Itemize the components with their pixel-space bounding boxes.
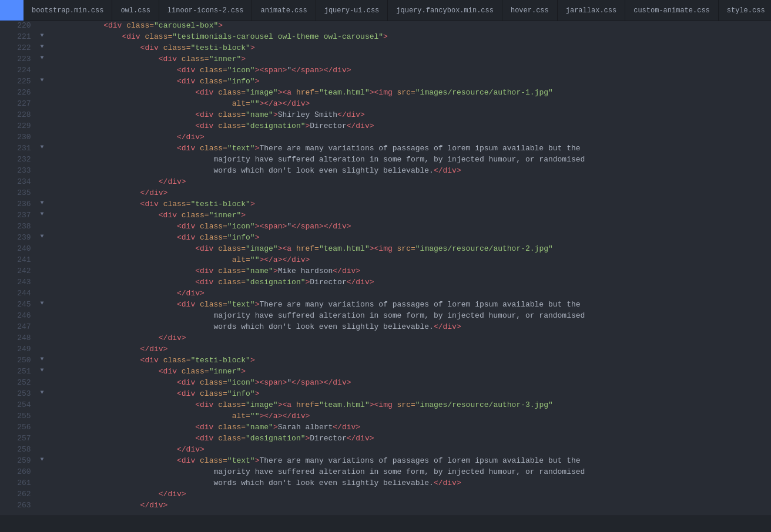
fold-arrow[interactable]: ▼ bbox=[38, 43, 46, 55]
table-row: 223▼ <div class="inner"> bbox=[0, 55, 771, 66]
table-row: 230 </div> bbox=[0, 133, 771, 144]
code-line-content: <div class="testi-block"> bbox=[46, 43, 771, 55]
fold-arrow[interactable]: ▼ bbox=[38, 389, 46, 400]
table-row: 244 </div> bbox=[0, 289, 771, 300]
code-line-content: </div> bbox=[46, 133, 771, 144]
table-row: 240 <div class="image"><a href="team.htm… bbox=[0, 244, 771, 255]
line-number: 229 bbox=[0, 122, 38, 133]
code-line-content: <div class="testimonials-carousel owl-th… bbox=[46, 32, 771, 43]
fold-arrow[interactable]: ▼ bbox=[38, 211, 46, 222]
collapse-button[interactable] bbox=[16, 0, 24, 21]
line-number: 226 bbox=[0, 88, 38, 99]
table-row: 245▼ <div class="text">There are many va… bbox=[0, 300, 771, 311]
table-row: 259▼ <div class="text">There are many va… bbox=[0, 456, 771, 467]
line-number: 245 bbox=[0, 300, 38, 311]
table-row: 225▼ <div class="info"> bbox=[0, 77, 771, 88]
fold-arrow bbox=[38, 278, 46, 289]
table-row: 263 </div> bbox=[0, 501, 771, 512]
fold-arrow[interactable]: ▼ bbox=[38, 456, 46, 467]
line-number: 224 bbox=[0, 66, 38, 77]
table-row: 255 alt=""></a></div> bbox=[0, 412, 771, 423]
fold-arrow[interactable]: ▼ bbox=[38, 55, 46, 66]
tab-jquery-ui-css[interactable]: jquery-ui.css bbox=[316, 0, 388, 21]
breadcrumb-bar bbox=[0, 516, 771, 532]
line-number: 257 bbox=[0, 434, 38, 445]
line-number: 263 bbox=[0, 501, 38, 512]
line-number: 225 bbox=[0, 77, 38, 88]
table-row: 248 </div> bbox=[0, 334, 771, 345]
tab-animate-css[interactable]: animate.css bbox=[252, 0, 316, 21]
fold-arrow bbox=[38, 188, 46, 200]
fold-arrow[interactable]: ▼ bbox=[38, 200, 46, 211]
fold-arrow[interactable]: ▼ bbox=[38, 77, 46, 88]
tab-bootstrap-min-css[interactable]: bootstrap.min.css bbox=[24, 0, 112, 21]
fold-arrow bbox=[38, 222, 46, 233]
fold-arrow[interactable]: ▼ bbox=[38, 233, 46, 244]
fold-arrow bbox=[38, 133, 46, 144]
code-line-content: <div class="image"><a href="team.html"><… bbox=[46, 400, 771, 412]
table-row: 246 majority have suffered alteration in… bbox=[0, 311, 771, 322]
fold-arrow[interactable]: ▼ bbox=[38, 356, 46, 367]
fold-arrow[interactable]: ▼ bbox=[38, 300, 46, 311]
line-number: 260 bbox=[0, 467, 38, 479]
table-row: 257 <div class="designation">Director</d… bbox=[0, 434, 771, 445]
line-number: 258 bbox=[0, 445, 38, 456]
fold-arrow bbox=[38, 434, 46, 445]
line-number: 256 bbox=[0, 423, 38, 434]
code-area[interactable]: 220 <div class="carousel-box">221▼ <div … bbox=[0, 21, 771, 516]
fold-arrow bbox=[38, 311, 46, 322]
code-table: 220 <div class="carousel-box">221▼ <div … bbox=[0, 21, 771, 512]
table-row: 249 </div> bbox=[0, 345, 771, 356]
code-line-content: </div> bbox=[46, 188, 771, 200]
line-number: 234 bbox=[0, 177, 38, 188]
line-number: 250 bbox=[0, 356, 38, 367]
code-line-content: majority have suffered alteration in som… bbox=[46, 467, 771, 479]
code-line-content: <div class="image"><a href="team.html"><… bbox=[46, 244, 771, 255]
fold-arrow bbox=[38, 467, 46, 479]
code-line-content: words which don't look even slightly bel… bbox=[46, 166, 771, 177]
fold-arrow bbox=[38, 412, 46, 423]
code-line-content: <div class="icon"><span>"</span></div> bbox=[46, 378, 771, 389]
code-line-content: <div class="image"><a href="team.html"><… bbox=[46, 88, 771, 99]
line-number: 261 bbox=[0, 479, 38, 490]
tab-owl-css[interactable]: owl.css bbox=[112, 0, 159, 21]
fold-arrow bbox=[38, 267, 46, 278]
table-row: 221▼ <div class="testimonials-carousel o… bbox=[0, 32, 771, 43]
tab-custom-animate-css[interactable]: custom-animate.css bbox=[625, 0, 719, 21]
code-line-content: <div class="inner"> bbox=[46, 367, 771, 378]
fold-arrow bbox=[38, 21, 46, 32]
table-row: 227 alt=""></a></div> bbox=[0, 99, 771, 110]
tab-linoor-icons-2-css[interactable]: linoor-icons-2.css bbox=[159, 0, 253, 21]
code-line-content: <div class="info"> bbox=[46, 389, 771, 400]
line-number: 246 bbox=[0, 311, 38, 322]
line-number: 233 bbox=[0, 166, 38, 177]
code-line-content: <div class="icon"><span>"</span></div> bbox=[46, 222, 771, 233]
code-line-content: <div class="text">There are many variati… bbox=[46, 300, 771, 311]
tab-jarallax-css[interactable]: jarallax.css bbox=[558, 0, 625, 21]
table-row: 232 majority have suffered alteration in… bbox=[0, 155, 771, 166]
code-line-content: <div class="designation">Director</div> bbox=[46, 434, 771, 445]
table-row: 226 <div class="image"><a href="team.htm… bbox=[0, 88, 771, 99]
fold-arrow[interactable]: ▼ bbox=[38, 32, 46, 43]
table-row: 234 </div> bbox=[0, 177, 771, 188]
table-row: 243 <div class="designation">Director</d… bbox=[0, 278, 771, 289]
fold-arrow bbox=[38, 99, 46, 110]
table-row: 247 words which don't look even slightly… bbox=[0, 322, 771, 334]
line-number: 252 bbox=[0, 378, 38, 389]
tab-jquery-fancybox-min-css[interactable]: jquery.fancybox.min.css bbox=[388, 0, 502, 21]
table-row: 220 <div class="carousel-box"> bbox=[0, 21, 771, 32]
table-row: 251▼ <div class="inner"> bbox=[0, 367, 771, 378]
line-number: 228 bbox=[0, 110, 38, 122]
fold-arrow bbox=[38, 423, 46, 434]
line-number: 237 bbox=[0, 211, 38, 222]
fold-arrow[interactable]: ▼ bbox=[38, 144, 46, 155]
tab-hover-css[interactable]: hover.css bbox=[502, 0, 558, 21]
line-number: 227 bbox=[0, 99, 38, 110]
table-row: 250▼ <div class="testi-block"> bbox=[0, 356, 771, 367]
fold-arrow[interactable]: ▼ bbox=[38, 367, 46, 378]
tab-style-css[interactable]: style.css bbox=[719, 0, 771, 21]
line-number: 239 bbox=[0, 233, 38, 244]
fold-arrow bbox=[38, 122, 46, 133]
code-line-content: <div class="designation">Director</div> bbox=[46, 278, 771, 289]
line-number: 222 bbox=[0, 43, 38, 55]
